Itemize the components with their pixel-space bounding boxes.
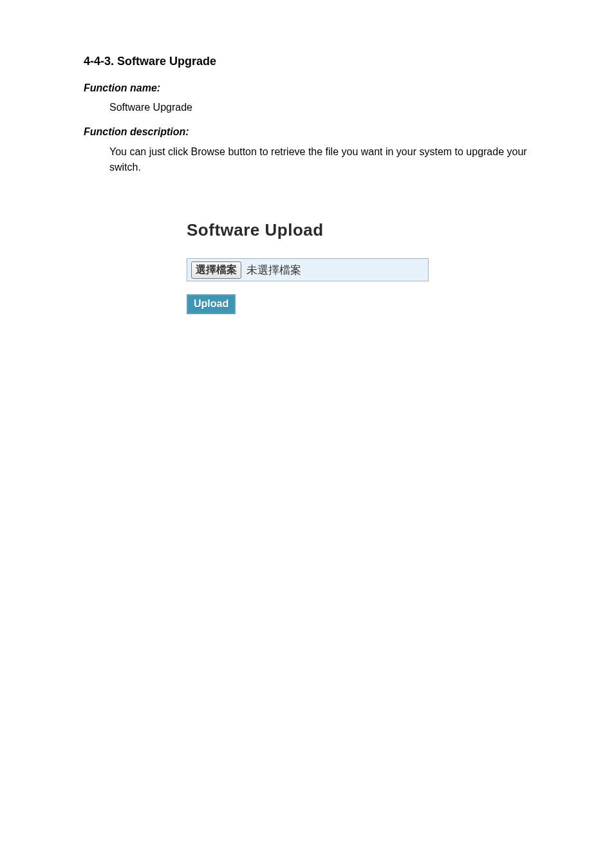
upload-panel-title: Software Upload [187, 220, 530, 240]
choose-file-button[interactable]: 選擇檔案 [191, 261, 241, 279]
upload-button[interactable]: Upload [187, 294, 236, 314]
function-description-value: You can just click Browse button to retr… [109, 144, 530, 175]
function-name-value: Software Upgrade [109, 100, 530, 115]
file-picker: 選擇檔案 未選擇檔案 [187, 258, 429, 281]
file-status-text: 未選擇檔案 [247, 263, 301, 278]
function-description-label: Function description: [84, 126, 530, 138]
section-title: 4-4-3. Software Upgrade [84, 55, 530, 68]
function-name-label: Function name: [84, 82, 530, 94]
document-content: 4-4-3. Software Upgrade Function name: S… [84, 55, 530, 314]
software-upload-panel: Software Upload 選擇檔案 未選擇檔案 Upload [187, 220, 530, 314]
